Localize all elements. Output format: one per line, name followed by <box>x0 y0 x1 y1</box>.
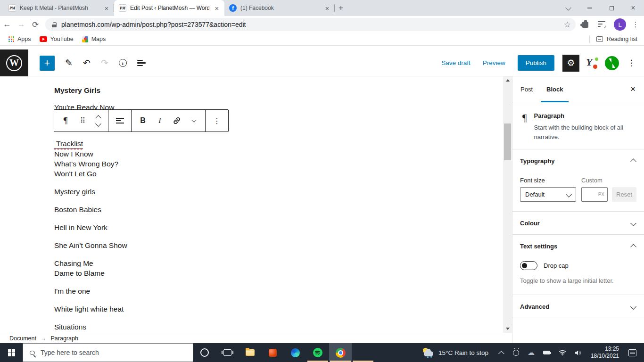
typography-panel-header[interactable]: Typography <box>512 149 644 172</box>
action-center-button[interactable] <box>628 349 636 356</box>
track-line[interactable]: Now I Know <box>54 149 127 159</box>
extensions-icon[interactable] <box>582 22 588 28</box>
reset-button[interactable]: Reset <box>612 187 636 202</box>
undo-button[interactable]: ↶ <box>83 58 91 68</box>
reading-list-button[interactable]: Reading list <box>607 36 637 42</box>
track-line[interactable]: She Ain't Gonna Show <box>54 240 127 250</box>
move-down-icon[interactable] <box>95 121 101 127</box>
colour-panel-header[interactable]: Colour <box>512 212 644 234</box>
track-line[interactable] <box>54 197 127 205</box>
start-button[interactable] <box>0 343 23 362</box>
back-button[interactable]: ← <box>0 20 14 29</box>
bookmark-youtube[interactable]: YouTube <box>40 36 74 42</box>
close-sidebar-button[interactable]: × <box>630 84 636 94</box>
details-button[interactable]: i <box>119 59 127 67</box>
close-window-button[interactable]: × <box>622 0 644 16</box>
custom-size-input[interactable]: PX <box>581 187 608 202</box>
more-formatting-button[interactable] <box>185 112 202 129</box>
save-draft-button[interactable]: Save draft <box>441 59 471 66</box>
scroll-up-arrow[interactable] <box>503 76 512 84</box>
secure-lock-icon[interactable] <box>52 22 57 27</box>
align-button[interactable] <box>111 112 128 129</box>
breadcrumb-document[interactable]: Document <box>9 335 36 342</box>
track-line[interactable]: Mystery girls <box>54 187 127 197</box>
bookmark-star-icon[interactable]: ☆ <box>564 20 571 30</box>
battery-button[interactable] <box>543 351 550 354</box>
tracklist-underlined-text[interactable]: Tracklist <box>54 139 83 149</box>
track-line[interactable] <box>54 179 127 187</box>
drag-handle-icon[interactable]: ⠿ <box>74 112 91 129</box>
running-app-button[interactable] <box>352 343 374 362</box>
track-line[interactable]: I'm the one <box>54 286 127 296</box>
profile-avatar[interactable]: L <box>614 18 626 31</box>
search-input[interactable] <box>41 349 173 356</box>
wifi-button[interactable] <box>559 350 566 355</box>
bold-button[interactable]: B <box>134 112 151 129</box>
scroll-down-arrow[interactable] <box>503 325 512 333</box>
maximize-button[interactable] <box>601 0 622 16</box>
tab-close-icon[interactable]: × <box>323 4 331 12</box>
track-line[interactable]: Situations <box>54 322 127 332</box>
url-text[interactable]: planetmosh.com/wp-admin/post.php?post=27… <box>61 21 560 28</box>
bookmark-apps[interactable]: Apps <box>8 36 31 42</box>
track-line[interactable] <box>54 250 127 258</box>
editor-scrollbar[interactable] <box>503 76 512 333</box>
clock-widget[interactable]: 13:25 18/10/2021 <box>591 346 619 360</box>
track-line[interactable] <box>54 296 127 304</box>
tab-search-button[interactable] <box>557 0 579 16</box>
link-button[interactable] <box>168 112 185 129</box>
office-button[interactable] <box>261 343 284 362</box>
new-tab-button[interactable]: + <box>339 3 343 13</box>
edge-button[interactable] <box>284 343 306 362</box>
block-movers[interactable] <box>91 112 105 129</box>
spotify-button[interactable] <box>306 343 329 362</box>
breadcrumb-paragraph[interactable]: Paragraph <box>50 335 78 342</box>
yoast-seo-button[interactable]: Y <box>585 57 599 70</box>
publish-button[interactable]: Publish <box>518 55 554 71</box>
tab-post[interactable]: Post <box>515 76 538 102</box>
task-view-button[interactable] <box>216 343 239 362</box>
edit-tool-button[interactable]: ✎ <box>65 58 73 68</box>
bookmark-maps[interactable]: Maps <box>82 36 106 42</box>
font-size-select[interactable]: Default <box>520 187 576 202</box>
track-line[interactable] <box>54 214 127 222</box>
jetpack-button[interactable] <box>605 56 619 70</box>
block-options-button[interactable]: ⋮ <box>208 112 225 129</box>
track-line[interactable]: Chasing Me <box>54 258 127 268</box>
tab-close-icon[interactable]: × <box>213 4 221 12</box>
track-line[interactable] <box>54 232 127 240</box>
weather-widget[interactable]: 15°C Rain to stop <box>438 349 488 356</box>
track-line[interactable]: Hell in New York <box>54 222 127 232</box>
wordpress-logo-button[interactable]: W <box>0 49 28 76</box>
settings-gear-button[interactable]: ⚙ <box>562 55 579 72</box>
editor-canvas[interactable]: Mystery Girls You're Ready Now ¶ ⠿ B <box>0 76 512 333</box>
chrome-button-active[interactable] <box>329 343 352 362</box>
advanced-panel-header[interactable]: Advanced <box>512 295 644 318</box>
options-menu-button[interactable]: ⋮ <box>626 58 637 68</box>
move-up-icon[interactable] <box>95 115 101 121</box>
taskbar-search-box[interactable] <box>23 343 193 362</box>
meet-now-button[interactable] <box>513 350 519 356</box>
address-bar[interactable]: planetmosh.com/wp-admin/post.php?post=27… <box>45 18 576 31</box>
italic-button[interactable]: I <box>151 112 168 129</box>
track-line[interactable]: Boston Babies <box>54 205 127 214</box>
media-controls-icon[interactable]: ♪ <box>598 21 606 28</box>
tab-edit-post[interactable]: PM Edit Post ‹ PlanetMosh — WordPr × <box>114 0 224 16</box>
minimize-button[interactable] <box>579 0 601 16</box>
tab-block[interactable]: Block <box>541 76 569 102</box>
track-line[interactable]: What's Wrong Boy? <box>54 159 127 169</box>
tab-close-icon[interactable]: × <box>103 4 110 12</box>
drop-cap-toggle[interactable] <box>520 261 537 270</box>
file-explorer-button[interactable] <box>239 343 261 362</box>
reload-button[interactable]: ⟳ <box>28 20 42 30</box>
browser-menu-icon[interactable]: ⋮ <box>631 20 640 29</box>
forward-button[interactable]: → <box>14 20 28 29</box>
volume-button[interactable] <box>575 350 582 356</box>
paragraph-bold[interactable]: Mystery Girls <box>54 86 100 95</box>
show-hidden-icons-button[interactable] <box>500 351 504 355</box>
track-line[interactable]: White light white heat <box>54 304 127 314</box>
list-view-button[interactable] <box>137 60 146 66</box>
track-line[interactable] <box>54 314 127 322</box>
tab-keep-it-metal[interactable]: PM Keep It Metal - PlanetMosh × <box>4 0 114 16</box>
post-content[interactable]: Tracklist Now I KnowWhat's Wrong Boy?Won… <box>54 139 127 332</box>
